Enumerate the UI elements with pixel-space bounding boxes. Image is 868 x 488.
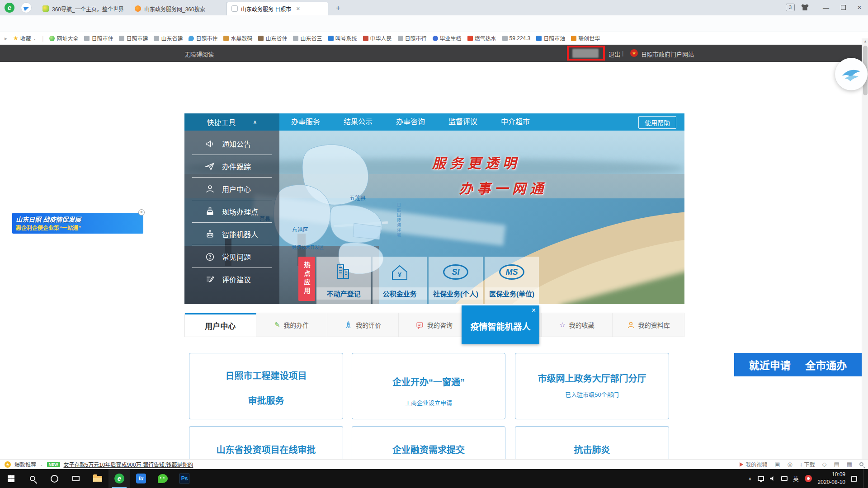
sidebar-item-user-center[interactable]: 用户中心 — [184, 178, 279, 200]
collapse-sidebar-icon[interactable]: ▸ — [5, 35, 7, 42]
nearby-apply-button[interactable]: 就近申请 全市通办 — [734, 353, 862, 376]
epidemic-robot-popup[interactable]: × 疫情智能机器人 — [462, 305, 539, 344]
bookmark-item[interactable]: 日照市住 — [84, 34, 113, 42]
nav-item-results[interactable]: 结果公示 — [332, 113, 384, 131]
tab-title: 山东政务服务 日照市 — [241, 5, 291, 13]
hidden-icons-chevron[interactable]: ∧ — [748, 476, 751, 481]
nav-item-supervision[interactable]: 监督评议 — [437, 113, 489, 131]
separator: | — [42, 35, 43, 42]
browser-logo-icon[interactable]: e — [5, 3, 14, 13]
browser-tab[interactable]: 360导航_一个主页，整个世界 — [38, 2, 130, 15]
bookmark-item[interactable]: 山东省建 — [154, 34, 183, 42]
hot-app-real-estate[interactable]: 不动产登记 — [316, 257, 371, 304]
nav-item-intermediary[interactable]: 中介超市 — [489, 113, 542, 131]
accessibility-link[interactable]: 无障碍阅读 — [184, 50, 214, 58]
sidebar-item-robot[interactable]: 智能机器人 — [184, 223, 279, 245]
tab-my-consultations[interactable]: 我的咨询 — [399, 313, 470, 337]
hot-app-medical-insurance[interactable]: MS 医保业务(单位) — [485, 257, 539, 304]
sidebar-item-feedback[interactable]: 评价建议 — [184, 268, 279, 291]
play-icon — [740, 462, 743, 467]
hot-app-social-insurance[interactable]: SI 社保业务(个人) — [429, 257, 483, 304]
tab-my-library[interactable]: 我的资料库 — [613, 313, 684, 337]
hot-picks-label[interactable]: 爆款推荐 — [14, 460, 36, 468]
bookmark-nav-site[interactable]: 网址大全 — [49, 34, 78, 42]
theme-skin-icon[interactable] — [801, 4, 809, 10]
favorites-button[interactable]: ★ 收藏 ⌄ — [13, 34, 36, 42]
tab-user-center[interactable]: 用户中心 — [185, 313, 256, 337]
touch-keyboard-icon[interactable] — [781, 476, 788, 481]
scroll-up-icon[interactable]: ▲ — [862, 39, 868, 43]
tab-my-items[interactable]: ✎ 我的办件 — [256, 313, 328, 337]
reader-mode-icon[interactable]: ▤ — [834, 461, 839, 468]
nav-compass-icon[interactable] — [21, 2, 32, 13]
bookmark-item[interactable]: 59.224.3 — [502, 35, 531, 42]
city-bird-logo[interactable] — [835, 58, 868, 90]
page-scrollbar[interactable]: ▲ — [862, 38, 868, 459]
tab-close-icon[interactable]: × — [296, 5, 300, 12]
bookmark-item[interactable]: 毕业生档 — [433, 34, 462, 42]
start-button[interactable] — [0, 469, 22, 488]
bookmark-item[interactable]: 燃气热水 — [467, 34, 496, 42]
cortana-button[interactable] — [43, 469, 65, 488]
file-explorer-button[interactable] — [87, 469, 108, 488]
card-construction-approval[interactable]: 日照市工程建设项目 审批服务 — [189, 353, 343, 419]
show-desktop-strip[interactable] — [863, 469, 865, 488]
bookmark-item[interactable]: 叫号系统 — [328, 34, 357, 42]
sidebar-item-tracking[interactable]: 办件跟踪 — [184, 155, 279, 178]
target-tool-icon[interactable]: ◎ — [788, 461, 793, 468]
bookmark-item[interactable]: 日照市油 — [536, 34, 565, 42]
news-headline-link[interactable]: 女子存款5万元10年后变成900万 银行告知:钱都是你的 — [64, 460, 193, 468]
help-button[interactable]: 使用帮助 — [638, 116, 676, 129]
portal-link[interactable]: 日照市政府门户网站 — [641, 50, 694, 58]
image-tool-icon[interactable]: ▣ — [774, 461, 780, 468]
my-video-button[interactable]: 我的视频 — [740, 460, 767, 468]
taskbar-clock[interactable]: 10:092020-08-10 — [818, 471, 845, 487]
bookmark-item[interactable]: 水晶数码 — [223, 34, 252, 42]
security-360-tray-icon[interactable] — [805, 475, 812, 482]
card-online-hall-branches[interactable]: 市级网上政务大厅部门分厅 已入驻市级50个部门 — [515, 353, 669, 419]
bookmark-item[interactable]: 山东省住 — [258, 34, 287, 42]
bookmark-item[interactable]: 联创世华 — [571, 34, 600, 42]
bookmark-item[interactable]: 日照市行 — [398, 34, 427, 42]
popup-close-icon[interactable]: × — [532, 306, 536, 314]
download-button[interactable]: ↓下载 — [800, 460, 815, 468]
taskbar-search-button[interactable] — [22, 469, 43, 488]
bookmark-item[interactable]: 山东省三 — [293, 34, 322, 42]
card-enterprise-onewindow[interactable]: 企业开办“一窗通” 工商企业设立申请 — [352, 353, 505, 419]
photoshop-button[interactable]: Ps — [174, 469, 195, 488]
nav-item-services[interactable]: 办事服务 — [279, 113, 332, 131]
quick-tools-menu[interactable]: 快捷工具 ∧ — [184, 113, 279, 131]
minimize-button[interactable]: — — [818, 3, 834, 13]
action-center-icon[interactable] — [851, 476, 857, 482]
split-view-icon[interactable]: ▦ — [847, 461, 852, 468]
input-language-indicator[interactable]: 英 — [793, 475, 799, 483]
bookmark-item[interactable]: 中华人民 — [363, 34, 392, 42]
iu-app-button[interactable]: iu — [130, 469, 152, 488]
network-icon[interactable] — [758, 476, 764, 481]
tab-my-reviews[interactable]: 我的评价 — [327, 313, 399, 337]
promo-ad-banner[interactable]: 山东日照 战疫情促发展 惠企利企便企业策“一站通” × — [12, 213, 143, 234]
browser-tab[interactable]: 山东政务服务网_360搜索 — [130, 2, 227, 15]
chevron-down-icon[interactable]: ⌄ — [40, 462, 43, 467]
logout-link[interactable]: 退出 — [609, 50, 620, 58]
close-window-button[interactable]: × — [853, 3, 866, 13]
bookmark-item[interactable]: 日照市住 — [189, 34, 217, 42]
tab-my-favorites[interactable]: ☆ 我的收藏 — [542, 313, 613, 337]
new-tab-button[interactable]: + — [333, 3, 344, 13]
browser-tab-active[interactable]: 山东政务服务 日照市 × — [227, 2, 328, 15]
browser-360-button[interactable]: e — [108, 469, 130, 488]
sidebar-item-onsite[interactable]: 现场办理点 — [184, 200, 279, 223]
volume-icon[interactable] — [770, 476, 775, 481]
sidebar-item-notices[interactable]: 通知公告 — [184, 132, 279, 155]
hot-app-housing-fund[interactable]: ¥ 公积金业务 — [373, 257, 427, 304]
wechat-button[interactable] — [152, 469, 174, 488]
nav-item-consult[interactable]: 办事咨询 — [384, 113, 437, 131]
mute-icon[interactable]: ◇ — [822, 461, 826, 468]
zoom-icon[interactable] — [859, 462, 863, 466]
maximize-button[interactable] — [835, 3, 851, 13]
bookmark-item[interactable]: 日照市建 — [119, 34, 148, 42]
sidebar-item-faq[interactable]: 常见问题 — [184, 245, 279, 268]
ad-close-icon[interactable]: × — [138, 209, 145, 216]
tab-count-badge[interactable]: 3 — [786, 4, 795, 11]
task-view-button[interactable] — [65, 469, 87, 488]
